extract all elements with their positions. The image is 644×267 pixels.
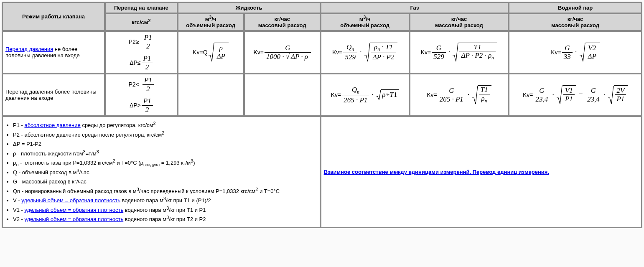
units-link-cell: Взаимное соответствие между единицами из… <box>321 117 641 227</box>
row2-gas-mass: Kv= G265 · P1 · T1ρn <box>410 74 509 116</box>
legend-rhon: ρn - плотность газа при P=1,0332 кгс/см2… <box>13 159 317 167</box>
row2-gas-vol: Kv= Qn265 · P1 · ρn · T1 <box>321 74 409 116</box>
legend-rho: ρ - плотность жидкости г/см3=т/м3 <box>13 150 317 158</box>
legend-cell: P1 - абсолютное давление среды до регуля… <box>3 117 320 227</box>
row2-steam-mass: Kv= G23,4 · V1P1 = G23,4 · 2VP1 <box>509 74 641 116</box>
specific-volume-link-v[interactable]: удельный объем = обратная плотность <box>21 197 120 203</box>
header-gas-vol: м3/чобъемный расход <box>321 14 409 31</box>
legend-g: G - массовый расход в кг/час <box>13 178 317 186</box>
legend-p1: P1 - абсолютное давление среды до регуля… <box>13 121 317 130</box>
row1-label: Перепад давления не более половины давле… <box>3 31 104 73</box>
legend-v2: V2 - удельный объем = обратная плотность… <box>13 215 317 224</box>
row1-liquid-mass: Kv= G1000 · √ΔP · ρ <box>244 31 320 73</box>
header-gas: Газ <box>321 3 509 13</box>
legend-v: V - удельный объем = обратная плотность … <box>13 196 317 205</box>
row2-label: Перепад давления более половины давления… <box>3 74 104 116</box>
legend-v1: V1 - удельный объем = обратная плотность… <box>13 206 317 214</box>
header-mode: Режим работы клапана <box>3 3 104 31</box>
specific-volume-link-v1[interactable]: удельный объем = обратная плотность <box>24 207 123 213</box>
row1-steam-mass: Kv= G33 · V2ΔP <box>509 31 641 73</box>
header-drop-unit: кгс/см2 <box>105 14 177 31</box>
row1-gas-mass: Kv= G529 · T1ΔP · P2 · ρn <box>410 31 509 73</box>
absolute-pressure-link[interactable]: абсолютное давление <box>24 122 80 128</box>
row1-drop: P2≥ P12 ΔP≤P12 <box>105 31 177 73</box>
header-steam-mass: кг/час массовый расход <box>509 14 641 31</box>
row1-gas-vol: Kv= Qn529 · ρn · T1ΔP · P2 <box>321 31 409 73</box>
header-liquid-vol: м3/чобъемный расход <box>178 14 244 31</box>
header-liquid-mass: кг/час массовый расход <box>244 14 320 31</box>
specific-volume-link-v2[interactable]: удельный объем = обратная плотность <box>24 216 123 222</box>
unit-conversion-link[interactable]: Взаимное соответствие между единицами из… <box>324 169 549 175</box>
pressure-drop-link[interactable]: Перепад давления <box>5 46 53 52</box>
legend-p2: P2 - абсолютное давление среды после рег… <box>13 131 317 139</box>
header-drop: Перепад на клапане <box>105 3 177 13</box>
row-critical: Перепад давления более половины давления… <box>3 74 641 116</box>
row2-liquid-mass <box>244 74 320 116</box>
header-gas-mass: кг/час массовый расход <box>410 14 509 31</box>
row1-liquid-vol: Kv=Q ρΔP <box>178 31 244 73</box>
legend-q: Q - объемный расход в м3/час <box>13 168 317 177</box>
row2-drop: P2< P12 ΔP>P12 <box>105 74 177 116</box>
header-liquid: Жидкость <box>178 3 320 13</box>
row2-liquid-vol <box>178 74 244 116</box>
kv-formula-table: Режим работы клапана Перепад на клапане … <box>2 2 642 228</box>
header-steam: Водяной пар <box>509 3 641 13</box>
legend-qn: Qn - нормированный объемный расход газов… <box>13 187 317 196</box>
row-subcritical: Перепад давления не более половины давле… <box>3 31 641 73</box>
legend-row: P1 - абсолютное давление среды до регуля… <box>3 117 641 227</box>
legend-dp: ΔP = P1-P2 <box>13 140 317 148</box>
